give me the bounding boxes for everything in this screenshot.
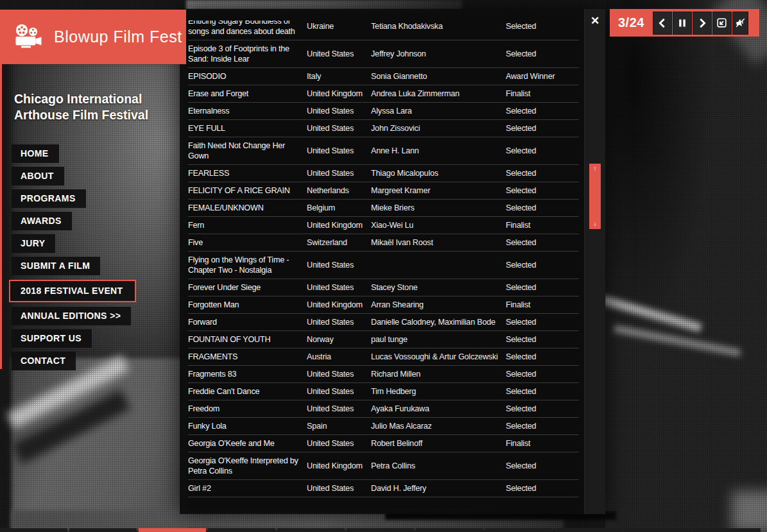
cell-title: FEMALE/UNKNOWN bbox=[188, 203, 307, 213]
table-row: FELICITY OF A RICE GRAINNetherlandsMargr… bbox=[188, 182, 579, 200]
slideshow-controls: 3/24 bbox=[610, 9, 759, 37]
cell-directors: Andrea Luka Zimmerman bbox=[371, 89, 506, 99]
sidebar-item-submit-a-film[interactable]: SUBMIT A FILM bbox=[12, 257, 100, 275]
sidebar-item-programs[interactable]: PROGRAMS bbox=[12, 189, 86, 208]
cell-country: Belgium bbox=[307, 203, 371, 213]
cell-country: United States bbox=[307, 317, 371, 327]
close-button[interactable]: ✕ bbox=[587, 13, 603, 29]
cell-status: Selected bbox=[506, 352, 579, 362]
cell-status: Selected bbox=[506, 334, 579, 345]
slide-thumbnail-9[interactable] bbox=[555, 528, 622, 532]
cell-title: Enticing Sugary Boundless of songs and d… bbox=[188, 21, 307, 37]
sidebar-item-contact[interactable]: CONTACT bbox=[12, 352, 76, 370]
speaker-muted-icon bbox=[735, 17, 746, 28]
table-row: Episode 3 of Footprints in the Sand: Ins… bbox=[188, 40, 579, 68]
cell-title: Flying on the Wings of Time - Chapter Tw… bbox=[188, 255, 307, 275]
table-row: Enticing Sugary Boundless of songs and d… bbox=[188, 21, 579, 40]
cell-country: Switzerland bbox=[307, 237, 371, 248]
cell-directors: Stacey Stone bbox=[371, 282, 506, 293]
sidebar-item-home[interactable]: HOME bbox=[12, 144, 59, 163]
sidebar-item-2018-festival-event[interactable]: 2018 FESTIVAL EVENT bbox=[9, 280, 136, 302]
cell-country: United States bbox=[307, 483, 371, 493]
cell-country: Spain bbox=[307, 421, 371, 431]
cell-status: Selected bbox=[506, 185, 579, 196]
cell-title: Fragments 83 bbox=[188, 369, 307, 379]
cell-directors: Xiao-Wei Lu bbox=[371, 220, 506, 230]
table-row: Forgotten ManUnited KingdomArran Shearin… bbox=[188, 296, 579, 314]
cell-title: FOUNTAIN OF YOUTH bbox=[188, 334, 307, 345]
cell-directors: Arran Shearing bbox=[371, 300, 506, 310]
cell-status: Finalist bbox=[506, 300, 579, 310]
slide-thumbnail-11[interactable] bbox=[693, 528, 761, 532]
table-row: FEARLESSUnited StatesThiago MicalopulosS… bbox=[188, 165, 579, 182]
slide-thumbnail-6[interactable] bbox=[347, 528, 414, 532]
slide-thumbnail-1[interactable] bbox=[0, 528, 67, 532]
slide-thumbnail-10[interactable] bbox=[624, 528, 691, 532]
cell-status: Award Winner bbox=[506, 71, 579, 82]
cell-directors: Tim Hedberg bbox=[371, 386, 506, 397]
slide-thumbnail-3[interactable] bbox=[139, 528, 206, 532]
cell-country: Italy bbox=[307, 71, 371, 82]
sidebar-item-annual-editions[interactable]: ANNUAL EDITIONS >> bbox=[12, 307, 131, 325]
slide-thumbnail-4[interactable] bbox=[208, 528, 275, 532]
slide-thumbnail-8[interactable] bbox=[485, 528, 553, 532]
slide-thumbnail-5[interactable] bbox=[277, 528, 345, 532]
cell-directors: Ayaka Furukawa bbox=[371, 404, 506, 414]
page: Blowup Film Fest Chicago International A… bbox=[0, 0, 767, 532]
table-row: EPISODIOItalySonia GiannettoAward Winner bbox=[188, 68, 579, 85]
brand-header[interactable]: Blowup Film Fest bbox=[0, 10, 186, 64]
table-row: FreedomUnited StatesAyaka FurukawaSelect… bbox=[188, 400, 579, 418]
cell-directors: Julio Mas Alcaraz bbox=[371, 421, 506, 431]
table-row: Georgia O'Keefe and MeUnited StatesRober… bbox=[188, 435, 579, 452]
table-row: FOUNTAIN OF YOUTHNorwaypaul tungeSelecte… bbox=[188, 331, 579, 348]
table-row: Funky LolaSpainJulio Mas AlcarazSelected bbox=[188, 418, 579, 435]
table-row: Fragments 83United StatesRichard MillenS… bbox=[188, 366, 579, 383]
mute-button[interactable] bbox=[732, 12, 748, 35]
open-external-icon bbox=[716, 17, 728, 29]
cell-directors: Thiago Micalopulos bbox=[371, 168, 506, 178]
sidebar-item-about[interactable]: ABOUT bbox=[12, 167, 64, 185]
cell-country: United States bbox=[307, 123, 371, 133]
next-slide-button[interactable] bbox=[693, 12, 712, 35]
table-row: ForwardUnited StatesDanielle Calodney, M… bbox=[188, 314, 579, 331]
cell-directors: Mikaël Ivan Roost bbox=[371, 237, 506, 248]
cell-title: Fern bbox=[188, 220, 307, 230]
cell-title: Georgia O'Keeffe Interpreted by Petra Co… bbox=[188, 456, 307, 476]
cell-country: United States bbox=[307, 438, 371, 449]
pager-buttons bbox=[652, 12, 748, 35]
cell-status: Finalist bbox=[506, 438, 579, 449]
scroll-down-icon[interactable]: ↓ bbox=[594, 221, 597, 227]
cell-country: United Kingdom bbox=[307, 89, 371, 99]
scroll-up-icon[interactable]: ↑ bbox=[594, 166, 597, 172]
cell-directors: Sonia Giannetto bbox=[371, 71, 506, 82]
cell-status: Selected bbox=[506, 237, 579, 248]
thumbnail-strip bbox=[0, 528, 767, 532]
table-row: Forever Under SiegeUnited StatesStacey S… bbox=[188, 279, 579, 296]
cell-status: Selected bbox=[506, 203, 579, 213]
cell-status: Selected bbox=[506, 21, 579, 31]
cell-country: Netherlands bbox=[307, 185, 371, 196]
table-row: Faith Need Not Change Her GownUnited Sta… bbox=[188, 137, 579, 165]
table-row: FernUnited KingdomXiao-Wei LuFinalist bbox=[188, 217, 579, 234]
cell-directors: David H. Jeffery bbox=[371, 483, 506, 493]
sidebar-item-awards[interactable]: AWARDS bbox=[12, 212, 72, 230]
sidebar-item-jury[interactable]: JURY bbox=[12, 234, 55, 253]
table-row: Flying on the Wings of Time - Chapter Tw… bbox=[188, 252, 579, 279]
pause-icon bbox=[677, 18, 687, 28]
cell-directors: John Zissovici bbox=[371, 123, 506, 133]
open-external-button[interactable] bbox=[712, 12, 732, 35]
slide-thumbnail-2[interactable] bbox=[69, 528, 137, 532]
cell-country: United States bbox=[307, 369, 371, 379]
cell-country: United States bbox=[307, 260, 371, 270]
previous-slide-button[interactable] bbox=[653, 12, 672, 35]
pause-button[interactable] bbox=[673, 12, 692, 35]
chevron-left-icon bbox=[657, 17, 668, 29]
sidebar-item-support-us[interactable]: SUPPORT US bbox=[12, 329, 92, 348]
cell-status: Selected bbox=[506, 317, 579, 327]
scrollbar-thumb[interactable]: ↑ ↓ bbox=[589, 164, 601, 229]
films-table-scroll[interactable]: Enticing Sugary Boundless of songs and d… bbox=[188, 21, 579, 510]
cell-title: FELICITY OF A RICE GRAIN bbox=[188, 185, 307, 196]
slide-thumbnail-7[interactable] bbox=[416, 528, 483, 532]
cell-status: Selected bbox=[506, 168, 579, 178]
cell-title: Forever Under Siege bbox=[188, 282, 307, 293]
